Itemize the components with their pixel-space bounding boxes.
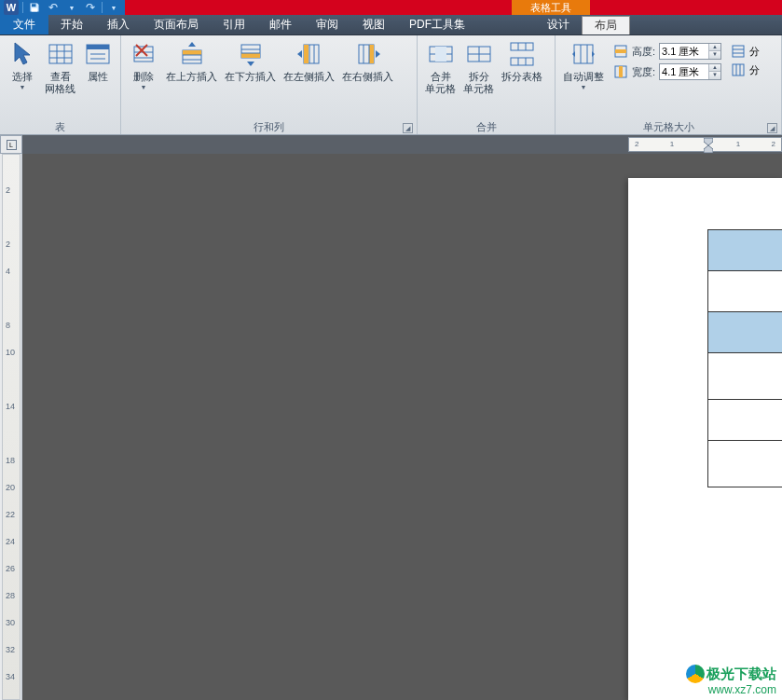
autofit-icon	[569, 39, 598, 69]
merge-cells-button[interactable]: 合并 单元格	[423, 37, 458, 97]
tab-layout[interactable]: 布局	[582, 16, 630, 34]
spin-down-icon[interactable]: ▼	[709, 51, 720, 59]
table[interactable]	[707, 229, 782, 487]
height-label: 高度:	[632, 45, 655, 59]
insert-right-icon	[353, 39, 383, 69]
ruler-num: 2	[772, 140, 775, 148]
spin-down-icon[interactable]: ▼	[709, 72, 720, 79]
group-label-cellsize: 单元格大小 ◢	[561, 119, 775, 134]
qat-separator	[22, 2, 23, 13]
tab-design[interactable]: 设计	[535, 15, 582, 34]
contextual-tab-label: 表格工具	[512, 0, 590, 15]
redo-icon[interactable]	[83, 0, 98, 15]
table-row[interactable]	[707, 312, 782, 353]
width-spinbox[interactable]: ▲▼	[659, 63, 721, 80]
ruler-num: 30	[6, 618, 15, 627]
vertical-ruler[interactable]: 22481014182022242628303234	[0, 154, 22, 700]
spin-up-icon[interactable]: ▲	[709, 44, 720, 51]
group-label-rowscols: 行和列 ◢	[127, 119, 411, 134]
ribbon-tabs: 文件 开始 插入 页面布局 引用 邮件 审阅 视图 PDF工具集 设计 布局	[0, 15, 782, 35]
dist-rows-label: 分	[749, 45, 760, 59]
tab-page-layout[interactable]: 页面布局	[142, 15, 211, 34]
table-row[interactable]	[707, 353, 782, 400]
insert-below-label: 在下方插入	[225, 71, 276, 83]
undo-icon[interactable]	[46, 0, 61, 15]
height-input[interactable]	[660, 44, 708, 59]
tab-pdf-tools[interactable]: PDF工具集	[397, 15, 477, 34]
tab-insert[interactable]: 插入	[95, 15, 142, 34]
svg-rect-52	[733, 46, 744, 57]
properties-button[interactable]: 属性	[81, 37, 115, 85]
rowscols-label-text: 行和列	[254, 120, 284, 134]
insert-right-button[interactable]: 在右侧插入	[340, 37, 395, 85]
spin-up-icon[interactable]: ▲	[709, 64, 720, 72]
tab-mailings[interactable]: 邮件	[257, 15, 304, 34]
tab-file[interactable]: 文件	[0, 15, 48, 34]
svg-rect-35	[435, 47, 446, 62]
distribute-rows-icon	[731, 44, 746, 59]
svg-rect-8	[87, 45, 109, 49]
properties-icon	[83, 39, 113, 69]
chevron-down-icon: ▼	[581, 84, 587, 90]
insert-above-button[interactable]: 在上方插入	[164, 37, 219, 85]
properties-label: 属性	[88, 71, 108, 83]
insert-below-icon	[236, 39, 266, 69]
delete-button[interactable]: 删除 ▼	[127, 37, 160, 92]
horizontal-ruler[interactable]: 2 1 1 2	[22, 135, 782, 154]
insert-above-icon	[177, 39, 207, 69]
split-table-button[interactable]: 拆分表格	[500, 37, 544, 85]
insert-left-button[interactable]: 在左侧插入	[281, 37, 336, 85]
undo-dropdown-icon[interactable]: ▼	[64, 0, 79, 15]
ruler-num: 22	[6, 510, 15, 519]
size-controls: 高度: ▲▼ 宽度: ▲▼	[610, 37, 725, 86]
select-button[interactable]: 选择 ▼	[6, 37, 39, 92]
split-cells-button[interactable]: 拆分 单元格	[461, 37, 496, 97]
horizontal-ruler-row: L 2 1 1 2	[0, 135, 782, 154]
tab-references[interactable]: 引用	[211, 15, 257, 34]
tab-selector-icon[interactable]: L	[7, 140, 17, 150]
select-label: 选择	[12, 71, 33, 83]
split-cells-icon	[464, 39, 494, 69]
distribute-cols-button[interactable]: 分	[729, 62, 761, 78]
insert-left-label: 在左侧插入	[283, 71, 335, 83]
distribute-rows-button[interactable]: 分	[729, 43, 761, 60]
autofit-button[interactable]: 自动调整 ▼	[561, 37, 606, 92]
table-row[interactable]	[707, 230, 782, 271]
chevron-down-icon: ▼	[141, 84, 147, 90]
quick-access-toolbar: W ▼ ▼	[0, 0, 125, 15]
svg-rect-40	[511, 58, 533, 65]
table-row[interactable]	[707, 271, 782, 312]
qat-separator	[102, 2, 103, 13]
svg-rect-51	[619, 66, 623, 77]
cursor-icon	[7, 39, 37, 69]
split-cells-label: 拆分 单元格	[463, 71, 494, 95]
svg-rect-45	[574, 45, 593, 63]
indent-marker-icon[interactable]	[704, 138, 713, 153]
dialog-launcher-icon[interactable]: ◢	[403, 123, 413, 133]
insert-left-icon	[295, 39, 324, 69]
height-spinbox[interactable]: ▲▼	[659, 43, 721, 60]
merge-cells-icon	[426, 39, 456, 69]
save-icon[interactable]	[27, 0, 42, 15]
tab-review[interactable]: 审阅	[304, 15, 350, 34]
tab-home[interactable]: 开始	[48, 15, 95, 34]
insert-below-button[interactable]: 在下方插入	[223, 37, 278, 85]
table-row[interactable]	[707, 441, 782, 487]
dialog-launcher-icon[interactable]: ◢	[767, 123, 777, 133]
cellsize-label-text: 单元格大小	[643, 120, 694, 134]
delete-icon	[129, 39, 158, 69]
qat-customize-icon[interactable]: ▼	[106, 0, 121, 15]
app-icon[interactable]: W	[4, 0, 19, 15]
ruler-num: 4	[6, 267, 10, 276]
width-input[interactable]	[660, 64, 708, 79]
svg-rect-1	[32, 8, 37, 12]
group-label-merge: 合并	[423, 119, 549, 134]
group-cell-size: 自动调整 ▼ 高度: ▲▼	[556, 35, 782, 134]
document-canvas[interactable]	[22, 154, 782, 700]
table-row[interactable]	[707, 400, 782, 441]
tab-view[interactable]: 视图	[350, 15, 397, 34]
view-gridlines-button[interactable]: 查看 网格线	[43, 37, 77, 97]
ruler-num: 10	[6, 348, 15, 357]
autofit-label: 自动调整	[563, 71, 604, 83]
ruler-num: 14	[6, 402, 15, 411]
